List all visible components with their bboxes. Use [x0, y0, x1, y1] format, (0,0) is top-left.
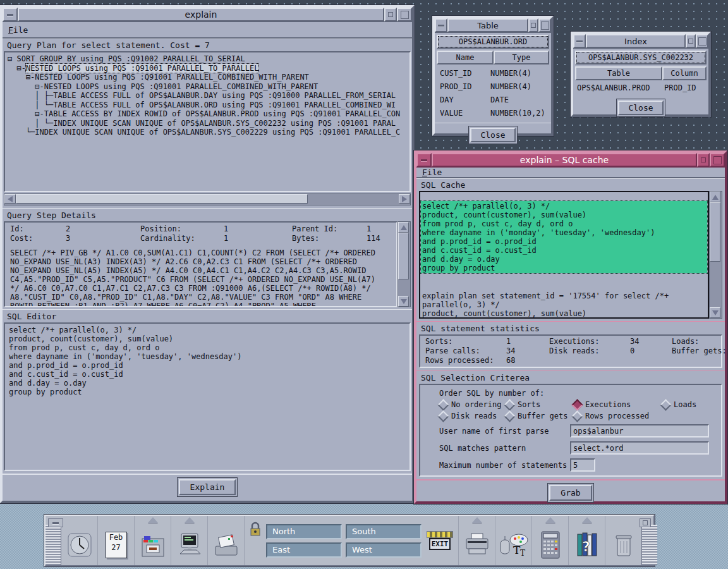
table-row[interactable]: CUST_IDNUMBER(4)	[440, 67, 546, 80]
window-menu-button[interactable]	[3, 8, 18, 21]
plan-tree-row[interactable]: │ ├─TABLE ACCESS FULL of OPS$ALANBUR.DAY…	[8, 91, 410, 101]
cache-line[interactable]: product, count(customer), sum(value)	[422, 309, 706, 318]
subpanel-arrow-icon[interactable]	[545, 517, 555, 523]
panel-handle[interactable]	[641, 525, 657, 565]
exit-button[interactable]: EXIT	[429, 538, 451, 550]
radio-executions[interactable]: Executions	[573, 400, 662, 409]
column-header[interactable]: Name	[437, 51, 494, 64]
panel-menu-button[interactable]	[48, 518, 63, 527]
cache-line[interactable]: and c.cust_id = o.cust_id	[422, 246, 706, 255]
terminal-icon[interactable]	[175, 525, 204, 565]
plan-tree-row[interactable]: ⊟ SORT GROUP BY using PQS :Q91002 PARALL…	[8, 54, 410, 64]
plan-tree-row[interactable]: └─INDEX UNIQUE SCAN UNIQUE of OPS$ALANBU…	[8, 128, 410, 137]
plan-tree-row[interactable]: │ └─TABLE ACCESS FULL of OPS$ALANBUR.ORD…	[8, 101, 410, 110]
scroll-down-button[interactable]	[398, 296, 409, 307]
menu-file[interactable]: File	[422, 168, 442, 177]
subpanel-arrow-icon[interactable]	[472, 517, 482, 523]
file-drawer-icon[interactable]	[138, 525, 167, 565]
radio-disk-reads[interactable]: Disk reads	[439, 412, 506, 420]
maximize-button[interactable]	[710, 153, 725, 167]
index-titlebar[interactable]: Index	[573, 34, 708, 49]
iconify-button[interactable]	[697, 153, 710, 167]
workspace-button-west[interactable]: West	[346, 542, 422, 558]
selected-statement[interactable]: select /*+ parallel(o, 3) */ product, co…	[421, 201, 707, 273]
cache-line[interactable]: product, count(customer), sum(value)	[422, 211, 706, 219]
iconify-button[interactable]	[686, 34, 696, 48]
scroll-up-button[interactable]	[398, 222, 409, 233]
iconify-button[interactable]	[384, 8, 397, 21]
explain-titlebar[interactable]: explain	[3, 8, 412, 22]
radio-rows-processed[interactable]: Rows processed	[573, 412, 649, 420]
scroll-down-button[interactable]	[710, 307, 720, 318]
radio-no-ordering[interactable]: No ordering	[439, 400, 506, 409]
cache-line[interactable]: group by product	[422, 264, 706, 272]
column-header[interactable]: Column	[662, 66, 707, 80]
subpanel-arrow-icon[interactable]	[185, 517, 195, 523]
subpanel-arrow-icon[interactable]	[582, 517, 592, 523]
close-button[interactable]: Close	[618, 101, 663, 115]
scroll-right-button[interactable]	[399, 194, 410, 204]
menu-file[interactable]: File	[8, 25, 28, 35]
table-titlebar[interactable]: Table	[435, 18, 551, 33]
cache-line[interactable]: select /*+ parallel(o, 3) */	[422, 202, 706, 211]
maximize-button[interactable]	[538, 18, 551, 32]
plan-tree-row[interactable]: ⊟-NESTED LOOPS using PQS :Q91001 PARALLE…	[8, 82, 410, 92]
iconify-button[interactable]	[528, 18, 538, 32]
close-button[interactable]: Close	[470, 128, 515, 142]
radio-loads[interactable]: Loads	[662, 400, 696, 409]
cache-line[interactable]: and p.prod_id = o.prod_id	[422, 237, 706, 246]
radio-sorts[interactable]: Sorts	[506, 400, 573, 409]
scrollbar-thumb[interactable]	[398, 233, 409, 279]
mail-icon[interactable]	[212, 525, 241, 565]
maximize-button[interactable]	[397, 8, 412, 21]
printer-icon[interactable]	[463, 525, 492, 565]
subpanel-arrow-icon[interactable]	[148, 517, 158, 523]
plan-tree-row[interactable]: ⊟-TABLE ACCESS BY INDEX ROWID of OPS$ALA…	[8, 109, 410, 119]
cache-line[interactable]: where dayname in ('monday', 'tuesday', '…	[422, 228, 706, 237]
window-menu-button[interactable]	[573, 34, 586, 48]
grab-button[interactable]: Grab	[549, 485, 592, 501]
details-vertical-scrollbar[interactable]	[397, 221, 411, 307]
help-icon[interactable]: ?	[573, 525, 602, 565]
sql-cache-titlebar[interactable]: explain – SQL cache	[416, 153, 725, 168]
window-menu-button[interactable]	[416, 153, 432, 167]
max-statements-input[interactable]	[570, 458, 595, 472]
column-header[interactable]: Table	[575, 66, 662, 80]
query-plan-tree[interactable]: ⊟ SORT GROUP BY using PQS :Q91002 PARALL…	[4, 51, 411, 192]
lock-icon[interactable]	[248, 516, 262, 540]
table-row[interactable]: PROD_IDNUMBER(4)	[440, 80, 546, 94]
username-input[interactable]	[570, 424, 709, 437]
cache-line[interactable]: and d.day = o.day	[422, 255, 706, 264]
plan-tree-row[interactable]: │ └─INDEX UNIQUE SCAN UNIQUE of OPS$ALAN…	[8, 119, 410, 128]
scrollbar-thumb[interactable]	[710, 202, 720, 262]
calendar-icon[interactable]: Feb 27	[106, 525, 127, 565]
radio-buffer-gets[interactable]: Buffer gets	[506, 412, 573, 420]
window-menu-button[interactable]	[435, 18, 447, 32]
scroll-left-button[interactable]	[4, 194, 16, 204]
cache-line[interactable]: from prod p, cust c, day d, ord o	[422, 318, 706, 319]
explain-button[interactable]: Explain	[179, 479, 236, 495]
trash-icon[interactable]	[611, 525, 636, 565]
pattern-input[interactable]	[570, 441, 709, 455]
clock-icon[interactable]	[66, 525, 94, 565]
panel-iconify-button[interactable]	[640, 518, 651, 527]
workspace-button-east[interactable]: East	[266, 542, 342, 558]
maximize-button[interactable]	[696, 34, 708, 48]
scroll-up-button[interactable]	[710, 192, 720, 202]
table-row[interactable]: DAYDATE	[440, 94, 546, 107]
plan-tree-row[interactable]: ⊟-NESTED LOOPS using PQS :Q91001 PARALLE…	[8, 64, 410, 73]
workspace-button-north[interactable]: North	[266, 524, 342, 539]
table-row[interactable]: VALUENUMBER(10,2)	[440, 107, 546, 120]
sql-cache-list[interactable]: select /*+ parallel(o, 3) */ product, co…	[419, 191, 709, 319]
panel-handle[interactable]	[46, 525, 61, 565]
style-manager-icon[interactable]: T T	[498, 525, 530, 565]
cache-line[interactable]: explain plan set statement_id = '17554' …	[422, 291, 706, 300]
index-row[interactable]: OPS$ALANBUR.PRODPROD_ID	[577, 82, 705, 95]
cache-line[interactable]: parallel(o, 3) */	[422, 300, 706, 309]
cache-line[interactable]	[422, 274, 706, 283]
cache-line[interactable]	[422, 283, 706, 291]
column-header[interactable]: Type	[494, 51, 549, 64]
scrollbar-thumb[interactable]	[16, 194, 308, 204]
workspace-button-south[interactable]: South	[346, 524, 422, 539]
sql-editor-area[interactable]: select /*+ parallel(o, 3) */ product, co…	[4, 322, 411, 471]
